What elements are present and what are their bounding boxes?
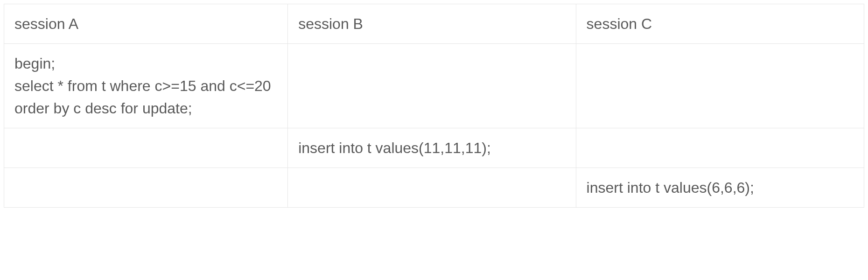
cell-session-a bbox=[4, 168, 288, 208]
cell-session-b bbox=[288, 168, 576, 208]
cell-session-c: insert into t values(6,6,6); bbox=[576, 168, 864, 208]
cell-session-a bbox=[4, 128, 288, 168]
table-header-row: session A session B session C bbox=[4, 4, 864, 44]
table-row: insert into t values(11,11,11); bbox=[4, 128, 864, 168]
header-session-b: session B bbox=[288, 4, 576, 44]
cell-session-b bbox=[288, 44, 576, 128]
header-session-c: session C bbox=[576, 4, 864, 44]
cell-session-c bbox=[576, 128, 864, 168]
cell-session-a: begin; select * from t where c>=15 and c… bbox=[4, 44, 288, 128]
cell-session-b: insert into t values(11,11,11); bbox=[288, 128, 576, 168]
table-row: begin; select * from t where c>=15 and c… bbox=[4, 44, 864, 128]
session-table: session A session B session C begin; sel… bbox=[4, 4, 864, 208]
cell-session-c bbox=[576, 44, 864, 128]
table-row: insert into t values(6,6,6); bbox=[4, 168, 864, 208]
header-session-a: session A bbox=[4, 4, 288, 44]
